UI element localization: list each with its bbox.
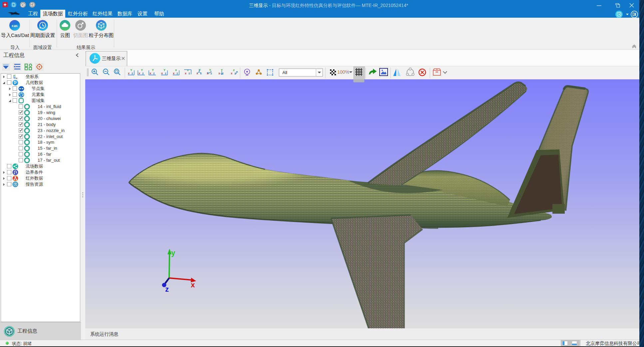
svg-text:x: x xyxy=(161,72,163,75)
svg-text:z: z xyxy=(14,76,16,78)
svg-text:x: x xyxy=(218,72,220,75)
svg-text:Y: Y xyxy=(141,68,143,72)
svg-text:y: y xyxy=(171,249,175,257)
svg-text:z: z xyxy=(165,285,169,293)
svg-text:z: z xyxy=(234,72,236,75)
svg-text:z: z xyxy=(187,68,189,72)
svg-text:x: x xyxy=(16,77,18,79)
svg-text:z: z xyxy=(153,72,155,75)
svg-text:100%: 100% xyxy=(337,69,349,75)
svg-text:x: x xyxy=(185,72,186,75)
svg-text:z: z xyxy=(222,72,224,75)
svg-text:x: x xyxy=(139,72,140,75)
svg-text:x: x xyxy=(173,72,174,75)
svg-text:Y: Y xyxy=(209,68,211,72)
svg-text:z: z xyxy=(142,72,144,75)
svg-text:z: z xyxy=(188,72,190,75)
svg-text:Y: Y xyxy=(130,68,132,72)
svg-text:All: All xyxy=(282,70,287,75)
svg-text:x: x xyxy=(150,72,151,75)
svg-text:x: x xyxy=(231,72,232,75)
svg-text:x: x xyxy=(128,72,130,75)
svg-text:z: z xyxy=(176,72,178,75)
svg-text:z: z xyxy=(165,72,166,75)
svg-text:Y: Y xyxy=(163,68,165,72)
svg-text:z: z xyxy=(233,68,235,72)
svg-text:cas: cas xyxy=(12,23,17,28)
svg-text:x: x xyxy=(175,68,177,72)
svg-text:z: z xyxy=(132,72,133,75)
svg-text:x: x xyxy=(191,281,195,289)
svg-text:Y: Y xyxy=(152,68,154,72)
